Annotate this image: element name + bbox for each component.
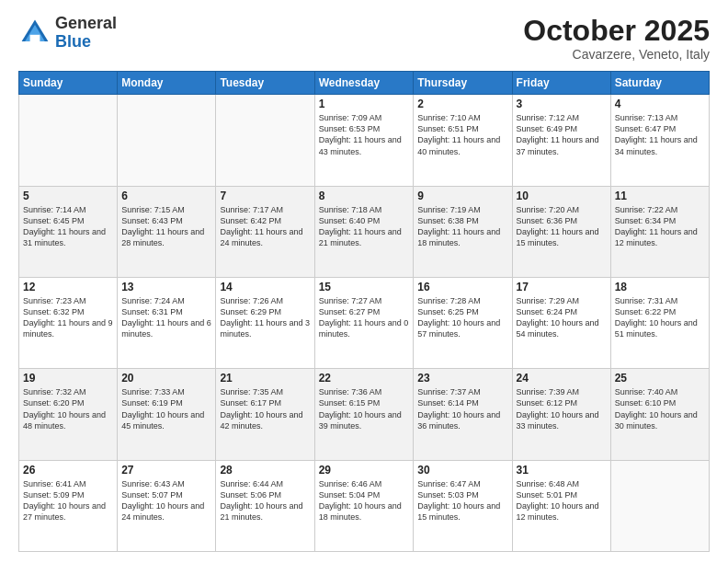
col-sunday: Sunday bbox=[19, 72, 118, 95]
day-number: 25 bbox=[615, 372, 705, 385]
day-number: 1 bbox=[319, 98, 410, 110]
calendar-cell: 29Sunrise: 6:46 AMSunset: 5:04 PMDayligh… bbox=[314, 460, 414, 551]
calendar-cell: 1Sunrise: 7:09 AMSunset: 6:53 PMDaylight… bbox=[314, 95, 414, 186]
day-info: Sunrise: 7:23 AMSunset: 6:32 PMDaylight:… bbox=[23, 296, 113, 339]
day-info: Sunrise: 7:15 AMSunset: 6:43 PMDaylight:… bbox=[121, 205, 204, 247]
calendar-cell bbox=[610, 460, 709, 551]
calendar-cell: 6Sunrise: 7:15 AMSunset: 6:43 PMDaylight… bbox=[118, 186, 216, 277]
day-info: Sunrise: 7:28 AMSunset: 6:25 PMDaylight:… bbox=[417, 296, 500, 339]
day-number: 24 bbox=[517, 372, 607, 385]
col-wednesday: Wednesday bbox=[314, 72, 414, 95]
col-tuesday: Tuesday bbox=[216, 72, 314, 95]
day-number: 11 bbox=[615, 190, 705, 202]
calendar-header-row: Sunday Monday Tuesday Wednesday Thursday… bbox=[19, 72, 710, 95]
header: General Blue October 2025 Cavarzere, Ven… bbox=[18, 15, 710, 62]
day-number: 6 bbox=[121, 190, 211, 202]
logo: General Blue bbox=[18, 15, 117, 52]
day-number: 7 bbox=[220, 190, 310, 202]
day-info: Sunrise: 7:19 AMSunset: 6:38 PMDaylight:… bbox=[417, 205, 500, 247]
calendar-cell bbox=[118, 95, 216, 186]
calendar-week-3: 19Sunrise: 7:32 AMSunset: 6:20 PMDayligh… bbox=[19, 369, 710, 460]
title-block: October 2025 Cavarzere, Veneto, Italy bbox=[523, 15, 710, 62]
day-info: Sunrise: 7:33 AMSunset: 6:19 PMDaylight:… bbox=[121, 387, 204, 430]
day-number: 16 bbox=[417, 281, 507, 293]
day-number: 15 bbox=[319, 281, 410, 293]
calendar-week-1: 5Sunrise: 7:14 AMSunset: 6:45 PMDaylight… bbox=[19, 186, 710, 277]
calendar-cell: 16Sunrise: 7:28 AMSunset: 6:25 PMDayligh… bbox=[414, 277, 512, 368]
day-info: Sunrise: 6:43 AMSunset: 5:07 PMDaylight:… bbox=[121, 479, 204, 522]
svg-rect-2 bbox=[30, 35, 40, 41]
page: General Blue October 2025 Cavarzere, Ven… bbox=[0, 0, 728, 563]
day-number: 9 bbox=[417, 190, 507, 202]
day-info: Sunrise: 7:18 AMSunset: 6:40 PMDaylight:… bbox=[319, 205, 402, 247]
calendar-cell bbox=[216, 95, 314, 186]
logo-blue: Blue bbox=[55, 33, 117, 52]
calendar-cell: 24Sunrise: 7:39 AMSunset: 6:12 PMDayligh… bbox=[512, 369, 610, 460]
day-info: Sunrise: 7:10 AMSunset: 6:51 PMDaylight:… bbox=[417, 113, 500, 155]
day-number: 17 bbox=[517, 281, 607, 293]
calendar-cell: 11Sunrise: 7:22 AMSunset: 6:34 PMDayligh… bbox=[610, 186, 709, 277]
day-info: Sunrise: 7:22 AMSunset: 6:34 PMDaylight:… bbox=[615, 205, 698, 247]
day-number: 26 bbox=[23, 464, 113, 477]
day-info: Sunrise: 7:32 AMSunset: 6:20 PMDaylight:… bbox=[23, 387, 106, 430]
day-number: 18 bbox=[615, 281, 705, 293]
day-number: 10 bbox=[517, 190, 607, 202]
calendar-cell: 17Sunrise: 7:29 AMSunset: 6:24 PMDayligh… bbox=[512, 277, 610, 368]
calendar-cell: 13Sunrise: 7:24 AMSunset: 6:31 PMDayligh… bbox=[118, 277, 216, 368]
calendar-cell: 25Sunrise: 7:40 AMSunset: 6:10 PMDayligh… bbox=[610, 369, 709, 460]
calendar-cell: 18Sunrise: 7:31 AMSunset: 6:22 PMDayligh… bbox=[610, 277, 709, 368]
day-number: 12 bbox=[23, 281, 113, 293]
day-info: Sunrise: 7:39 AMSunset: 6:12 PMDaylight:… bbox=[517, 387, 599, 430]
calendar-cell: 5Sunrise: 7:14 AMSunset: 6:45 PMDaylight… bbox=[19, 186, 118, 277]
day-info: Sunrise: 6:47 AMSunset: 5:03 PMDaylight:… bbox=[417, 479, 500, 522]
day-info: Sunrise: 7:24 AMSunset: 6:31 PMDaylight:… bbox=[121, 296, 211, 339]
day-number: 29 bbox=[319, 464, 410, 477]
day-info: Sunrise: 7:40 AMSunset: 6:10 PMDaylight:… bbox=[615, 387, 698, 430]
day-number: 13 bbox=[121, 281, 211, 293]
calendar-cell: 8Sunrise: 7:18 AMSunset: 6:40 PMDaylight… bbox=[314, 186, 414, 277]
day-info: Sunrise: 7:37 AMSunset: 6:14 PMDaylight:… bbox=[417, 387, 500, 430]
calendar-cell: 7Sunrise: 7:17 AMSunset: 6:42 PMDaylight… bbox=[216, 186, 314, 277]
calendar-cell bbox=[19, 95, 118, 186]
calendar-cell: 10Sunrise: 7:20 AMSunset: 6:36 PMDayligh… bbox=[512, 186, 610, 277]
col-saturday: Saturday bbox=[610, 72, 709, 95]
logo-general: General bbox=[55, 15, 117, 33]
calendar-cell: 27Sunrise: 6:43 AMSunset: 5:07 PMDayligh… bbox=[118, 460, 216, 551]
day-info: Sunrise: 7:36 AMSunset: 6:15 PMDaylight:… bbox=[319, 387, 402, 430]
day-number: 28 bbox=[220, 464, 310, 477]
day-number: 27 bbox=[121, 464, 211, 477]
day-info: Sunrise: 6:46 AMSunset: 5:04 PMDaylight:… bbox=[319, 479, 402, 522]
day-info: Sunrise: 7:29 AMSunset: 6:24 PMDaylight:… bbox=[517, 296, 599, 339]
day-info: Sunrise: 6:41 AMSunset: 5:09 PMDaylight:… bbox=[23, 479, 106, 522]
calendar-cell: 31Sunrise: 6:48 AMSunset: 5:01 PMDayligh… bbox=[512, 460, 610, 551]
day-number: 5 bbox=[23, 190, 113, 202]
day-number: 20 bbox=[121, 372, 211, 385]
calendar-cell: 21Sunrise: 7:35 AMSunset: 6:17 PMDayligh… bbox=[216, 369, 314, 460]
location: Cavarzere, Veneto, Italy bbox=[523, 47, 710, 62]
calendar-cell: 9Sunrise: 7:19 AMSunset: 6:38 PMDaylight… bbox=[414, 186, 512, 277]
day-info: Sunrise: 7:12 AMSunset: 6:49 PMDaylight:… bbox=[517, 113, 599, 155]
logo-text: General Blue bbox=[55, 15, 117, 52]
calendar-week-0: 1Sunrise: 7:09 AMSunset: 6:53 PMDaylight… bbox=[19, 95, 710, 186]
day-info: Sunrise: 7:14 AMSunset: 6:45 PMDaylight:… bbox=[23, 205, 106, 247]
day-info: Sunrise: 7:20 AMSunset: 6:36 PMDaylight:… bbox=[517, 205, 599, 247]
day-number: 30 bbox=[417, 464, 507, 477]
day-info: Sunrise: 7:09 AMSunset: 6:53 PMDaylight:… bbox=[319, 113, 402, 155]
calendar-week-2: 12Sunrise: 7:23 AMSunset: 6:32 PMDayligh… bbox=[19, 277, 710, 368]
calendar: Sunday Monday Tuesday Wednesday Thursday… bbox=[18, 71, 710, 552]
day-info: Sunrise: 7:31 AMSunset: 6:22 PMDaylight:… bbox=[615, 296, 698, 339]
day-number: 4 bbox=[615, 98, 705, 110]
day-number: 14 bbox=[220, 281, 310, 293]
calendar-cell: 30Sunrise: 6:47 AMSunset: 5:03 PMDayligh… bbox=[414, 460, 512, 551]
logo-icon bbox=[18, 17, 51, 50]
day-number: 8 bbox=[319, 190, 410, 202]
day-info: Sunrise: 7:35 AMSunset: 6:17 PMDaylight:… bbox=[220, 387, 302, 430]
col-friday: Friday bbox=[512, 72, 610, 95]
col-monday: Monday bbox=[118, 72, 216, 95]
calendar-cell: 12Sunrise: 7:23 AMSunset: 6:32 PMDayligh… bbox=[19, 277, 118, 368]
calendar-cell: 4Sunrise: 7:13 AMSunset: 6:47 PMDaylight… bbox=[610, 95, 709, 186]
calendar-week-4: 26Sunrise: 6:41 AMSunset: 5:09 PMDayligh… bbox=[19, 460, 710, 551]
day-info: Sunrise: 7:26 AMSunset: 6:29 PMDaylight:… bbox=[220, 296, 310, 339]
calendar-cell: 2Sunrise: 7:10 AMSunset: 6:51 PMDaylight… bbox=[414, 95, 512, 186]
calendar-cell: 28Sunrise: 6:44 AMSunset: 5:06 PMDayligh… bbox=[216, 460, 314, 551]
